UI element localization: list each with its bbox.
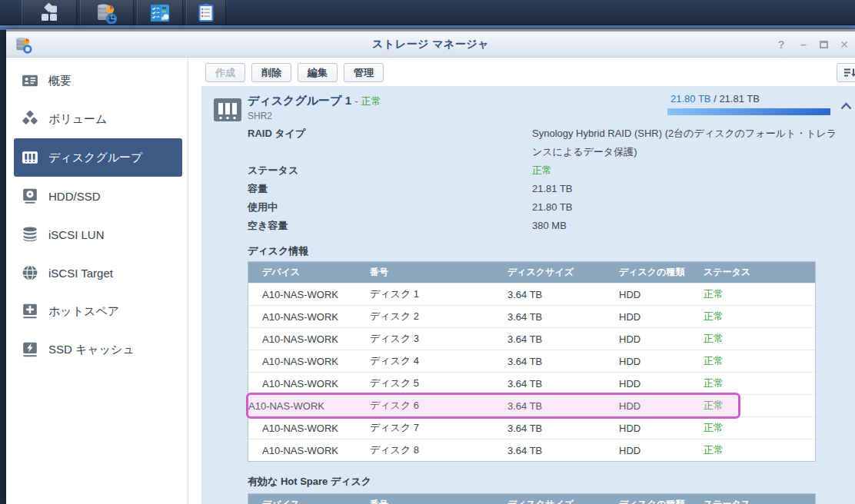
- help-button[interactable]: ?: [775, 38, 787, 51]
- table-row[interactable]: A10-NAS-WORK ディスク 8 3.64 TB HDD 正常: [248, 439, 815, 461]
- sidebar-item-label: 概要: [48, 74, 72, 88]
- group-title: ディスクグループ 1: [248, 94, 351, 107]
- cell-number: ディスク 1: [370, 287, 507, 301]
- detail-label: 容量: [248, 180, 532, 198]
- titlebar[interactable]: ストレージ マネージャ ? – ✕: [6, 32, 855, 58]
- cell-device: A10-NAS-WORK: [248, 445, 370, 456]
- detail-row: 使用中 21.80 TB: [248, 198, 855, 217]
- cell-number: ディスク 6: [370, 399, 507, 413]
- table-row[interactable]: A10-NAS-WORK ディスク 7 3.64 TB HDD 正常: [248, 416, 815, 439]
- cell-type: HDD: [619, 423, 704, 434]
- cell-type: HDD: [619, 289, 704, 300]
- cell-status: 正常: [704, 443, 815, 457]
- table-row[interactable]: A10-NAS-WORK ディスク 1 3.64 TB HDD 正常: [248, 283, 815, 305]
- detail-value: 21.80 TB: [532, 198, 838, 217]
- taskbar-storage-manager-button[interactable]: [80, 0, 134, 25]
- col-device: デバイス: [248, 266, 370, 279]
- cell-type: HDD: [619, 445, 704, 456]
- chevron-up-icon: [840, 102, 852, 110]
- window-title: ストレージ マネージャ: [6, 38, 855, 51]
- table-row[interactable]: A10-NAS-WORK ディスク 2 3.64 TB HDD 正常: [248, 305, 815, 327]
- taskbar-control-panel-button[interactable]: [137, 0, 183, 25]
- sidebar-item-label: iSCSI Target: [48, 267, 113, 280]
- sidebar-item-ssd-cache[interactable]: SSD キャッシュ: [14, 330, 182, 369]
- cell-type: HDD: [619, 311, 704, 323]
- main-menu-icon: [39, 3, 59, 23]
- cell-number: ディスク 5: [370, 376, 507, 390]
- sidebar-item-iscsi-target[interactable]: iSCSI Target: [14, 254, 182, 292]
- detail-row: ステータス 正常: [248, 161, 855, 180]
- col-number: 番号: [370, 266, 507, 279]
- table-row-highlighted[interactable]: A10-NAS-WORK ディスク 6 3.64 TB HDD 正常: [248, 394, 815, 416]
- cell-device: A10-NAS-WORK: [248, 289, 370, 300]
- cell-status: 正常: [704, 399, 815, 413]
- detail-row: 容量 21.81 TB: [248, 180, 855, 198]
- detail-list: RAID タイプ Synology Hybrid RAID (SHR) (2台の…: [248, 124, 855, 235]
- cell-status: 正常: [704, 332, 815, 346]
- storage-manager-window: ストレージ マネージャ ? – ✕ 概要 ボリューム: [6, 29, 855, 504]
- control-panel-icon: [150, 4, 170, 22]
- disk-table: デバイス 番号 ディスクサイズ ディスクの種類 ステータス A10-NAS-WO…: [248, 261, 816, 462]
- sidebar-item-label: ディスクグループ: [48, 151, 142, 165]
- sidebar-item-hot-spare[interactable]: ホットスペア: [14, 292, 182, 330]
- detail-row: 空き容量 380 MB: [248, 217, 855, 235]
- cell-status: 正常: [704, 354, 815, 368]
- detail-value: Synology Hybrid RAID (SHR) (2台のディスクのフォール…: [532, 124, 838, 161]
- collapse-button[interactable]: [840, 99, 852, 113]
- table-row[interactable]: A10-NAS-WORK ディスク 5 3.64 TB HDD 正常: [248, 372, 815, 394]
- taskbar-log-center-button[interactable]: [186, 0, 226, 25]
- cell-size: 3.64 TB: [507, 445, 619, 456]
- cell-size: 3.64 TB: [507, 311, 619, 323]
- sidebar-item-hdd-ssd[interactable]: HDD/SSD: [14, 177, 182, 215]
- sidebar-item-volume[interactable]: ボリューム: [14, 100, 182, 138]
- disk-info-section-title: ディスク情報: [248, 244, 308, 258]
- cell-device: A10-NAS-WORK: [248, 356, 370, 367]
- sidebar-item-overview[interactable]: 概要: [14, 61, 182, 100]
- usage-used: 21.80 TB: [670, 93, 711, 104]
- cell-device: A10-NAS-WORK: [248, 378, 370, 390]
- ssd-cache-icon: [22, 341, 38, 358]
- hot-spare-table: デバイス 番号 ディスクサイズ ディスクの種類 ステータス: [248, 493, 816, 504]
- col-device: デバイス: [248, 498, 370, 504]
- cell-size: 3.64 TB: [507, 423, 619, 434]
- cell-device: A10-NAS-WORK: [248, 400, 370, 412]
- volume-icon: [22, 111, 38, 128]
- edit-button[interactable]: 編集: [298, 63, 338, 82]
- cell-status: 正常: [704, 310, 815, 323]
- close-button[interactable]: ✕: [838, 38, 850, 51]
- create-button[interactable]: 作成: [205, 63, 245, 82]
- delete-button[interactable]: 削除: [251, 63, 291, 82]
- sidebar-item-iscsi-lun[interactable]: iSCSI LUN: [14, 215, 182, 254]
- col-status: ステータス: [704, 498, 815, 504]
- col-type: ディスクの種類: [619, 266, 704, 279]
- sidebar-item-disk-group[interactable]: ディスクグループ: [14, 138, 182, 177]
- list-sort-icon: [843, 68, 855, 78]
- group-status: 正常: [361, 95, 381, 107]
- cell-size: 3.64 TB: [507, 356, 619, 367]
- detail-label: ステータス: [248, 161, 532, 180]
- cell-type: HDD: [619, 400, 704, 412]
- table-row[interactable]: A10-NAS-WORK ディスク 4 3.64 TB HDD 正常: [248, 350, 815, 372]
- hot-spare-section-title: 有効な Hot Spare ディスク: [248, 475, 371, 489]
- detail-value: 正常: [532, 161, 838, 180]
- main-area: 作成 削除 編集 管理: [188, 58, 855, 504]
- cell-device: A10-NAS-WORK: [248, 333, 370, 345]
- maximize-button[interactable]: [820, 41, 828, 48]
- cell-number: ディスク 4: [370, 354, 507, 368]
- minimize-button[interactable]: –: [797, 38, 810, 51]
- col-size: ディスクサイズ: [507, 266, 619, 279]
- col-size: ディスクサイズ: [507, 498, 619, 504]
- cell-size: 3.64 TB: [507, 333, 619, 345]
- usage-text: 21.80 TB / 21.81 TB: [670, 93, 760, 104]
- cell-number: ディスク 3: [370, 332, 507, 346]
- cell-number: ディスク 7: [370, 421, 507, 435]
- view-options-button[interactable]: [837, 63, 855, 82]
- cell-status: 正常: [704, 376, 815, 390]
- table-row[interactable]: A10-NAS-WORK ディスク 3 3.64 TB HDD 正常: [248, 327, 815, 350]
- cell-number: ディスク 2: [370, 310, 507, 323]
- main-menu-button[interactable]: [22, 0, 77, 25]
- cell-size: 3.64 TB: [507, 378, 619, 390]
- detail-value: 21.81 TB: [532, 180, 838, 198]
- manage-button[interactable]: 管理: [344, 63, 384, 82]
- cell-size: 3.64 TB: [507, 289, 619, 300]
